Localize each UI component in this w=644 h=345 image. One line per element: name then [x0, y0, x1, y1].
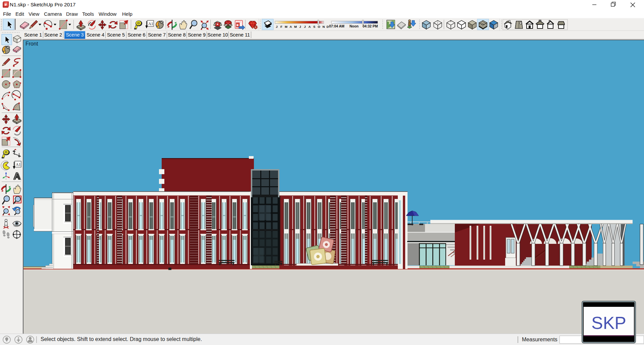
svg-text:M: M	[294, 25, 297, 28]
svg-text:J: J	[304, 25, 306, 28]
svg-text:S: S	[313, 25, 315, 28]
svg-text:A1: A1	[16, 162, 21, 167]
svg-text:N: N	[323, 25, 325, 28]
svg-text:F: F	[280, 25, 282, 28]
svg-text:A: A	[309, 25, 311, 28]
svg-text:J: J	[276, 25, 277, 28]
svg-text:Noon: Noon	[350, 24, 359, 28]
svg-text:M: M	[285, 25, 287, 28]
svg-text:07:04 AM: 07:04 AM	[329, 24, 344, 28]
svg-text:D: D	[327, 25, 329, 28]
svg-text:04:32 PM: 04:32 PM	[363, 24, 378, 28]
svg-text:J: J	[299, 25, 301, 28]
svg-text:A1: A1	[148, 21, 153, 26]
svg-text:A: A	[290, 25, 292, 28]
svg-text:O: O	[318, 25, 320, 28]
